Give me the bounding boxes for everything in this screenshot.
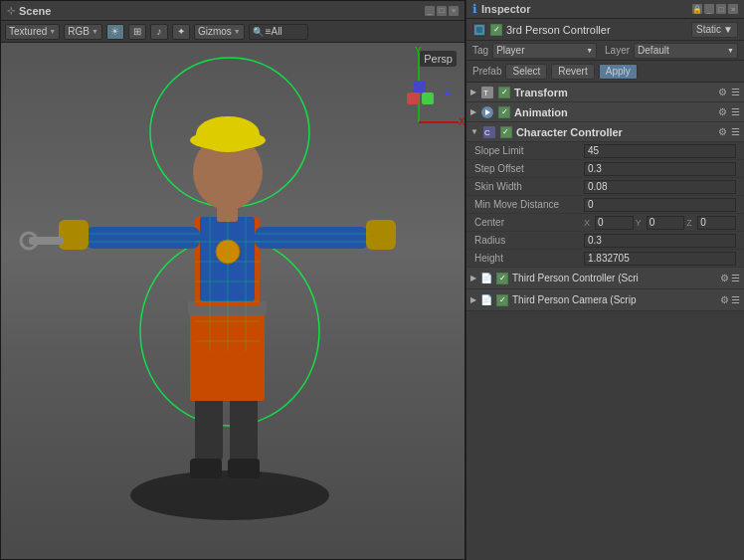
transform-menu-icon[interactable]: ☰	[731, 87, 740, 97]
object-icon-svg	[473, 24, 485, 36]
sun-icon-btn[interactable]: ☀	[106, 24, 124, 40]
prefab-apply-btn[interactable]: Apply	[599, 64, 638, 80]
center-y-item: Y 0	[636, 216, 685, 230]
inspector-titlebar: ℹ Inspector 🔒 _ □ ×	[466, 0, 744, 19]
min-move-label: Min Move Distance	[474, 199, 584, 210]
height-value[interactable]: 1.832705	[584, 252, 736, 266]
scene-close-btn[interactable]: ×	[449, 6, 459, 16]
skin-width-label: Skin Width	[474, 181, 584, 192]
animation-menu-icon[interactable]: ☰	[731, 106, 740, 117]
active-checkbox[interactable]: ✓	[490, 24, 502, 36]
slope-limit-label: Slope Limit	[474, 145, 584, 156]
transform-icon: T	[480, 86, 494, 99]
audio-icon-btn[interactable]: ♪	[150, 24, 168, 40]
animation-settings-icon[interactable]: ⚙	[718, 106, 727, 117]
scene-minimize-btn[interactable]: _	[425, 6, 435, 16]
scene-viewport[interactable]: Y X Z Persp	[1, 43, 465, 559]
animation-header[interactable]: ▶ ✓ Animation ⚙ ☰	[466, 102, 744, 122]
layer-label: Layer	[605, 45, 630, 56]
scene-window-controls: _ □ ×	[425, 6, 459, 16]
effects-icon-btn[interactable]: ✦	[172, 24, 190, 40]
prefab-revert-btn[interactable]: Revert	[551, 64, 594, 80]
tpcam-settings-icon[interactable]: ⚙	[720, 294, 729, 305]
textured-dropdown[interactable]: Textured ▼	[5, 24, 60, 40]
axis-cube-x	[407, 93, 419, 104]
scene-maximize-btn[interactable]: □	[437, 6, 447, 16]
charctrl-expand-arrow[interactable]: ▼	[470, 127, 478, 136]
rgb-arrow: ▼	[92, 28, 98, 35]
skin-width-value[interactable]: 0.08	[584, 180, 736, 194]
center-row: Center X 0 Y 0 Z 0	[466, 214, 744, 232]
animation-expand-arrow[interactable]: ▶	[470, 107, 476, 116]
slope-limit-value[interactable]: 45	[584, 144, 736, 158]
charctrl-title: Character Controller	[516, 126, 714, 138]
transform-settings-icon[interactable]: ⚙	[718, 87, 727, 97]
svg-rect-1	[476, 27, 482, 33]
transform-checkbox[interactable]: ✓	[498, 87, 510, 98]
prefab-label: Prefab	[472, 66, 501, 77]
inspector-title: Inspector	[481, 3, 531, 15]
rgb-dropdown[interactable]: RGB ▼	[64, 24, 102, 40]
tpcam-expand-arrow[interactable]: ▶	[470, 295, 476, 304]
tpc-title: Third Person Controller (Scri	[512, 273, 716, 283]
step-offset-value[interactable]: 0.3	[584, 162, 736, 176]
skin-width-row: Skin Width 0.08	[466, 178, 744, 196]
persp-label: Persp	[420, 51, 457, 67]
tpcam-menu-icon[interactable]: ☰	[731, 294, 740, 305]
gizmos-label: Gizmos	[198, 26, 232, 37]
static-dropdown[interactable]: Static ▼	[691, 22, 738, 38]
third-person-camera-row[interactable]: ▶ 📄 ✓ Third Person Camera (Scrip ⚙ ☰	[466, 289, 744, 311]
tag-dropdown[interactable]: Player ▼	[492, 43, 597, 59]
gizmos-arrow: ▼	[234, 28, 241, 35]
component-object-name: 3rd Person Controller	[506, 24, 687, 36]
charctrl-settings-icon[interactable]: ⚙	[718, 126, 727, 137]
center-x-value[interactable]: 0	[595, 216, 634, 230]
textured-label: Textured	[9, 26, 47, 37]
height-row: Height 1.832705	[466, 250, 744, 268]
inspector-lock-btn[interactable]: 🔒	[692, 4, 702, 14]
tpcam-checkbox[interactable]: ✓	[496, 294, 508, 306]
inspector-panel: ℹ Inspector 🔒 _ □ × ✓	[465, 0, 744, 560]
third-person-controller-row[interactable]: ▶ 📄 ✓ Third Person Controller (Scri ⚙ ☰	[466, 268, 744, 289]
left-glove	[59, 220, 89, 250]
x-axis-label: X	[459, 116, 465, 127]
animation-checkmark: ✓	[501, 107, 508, 116]
rgb-label: RGB	[68, 26, 90, 37]
min-move-value[interactable]: 0	[584, 198, 736, 212]
inspector-icon: ℹ	[472, 2, 477, 16]
inspector-window-controls: 🔒 _ □ ×	[692, 4, 738, 14]
charctrl-header[interactable]: ▼ C ✓ Character Controller ⚙ ☰	[466, 122, 744, 142]
center-y-value[interactable]: 0	[647, 216, 685, 230]
radius-value[interactable]: 0.3	[584, 234, 736, 248]
center-xyz-group: X 0 Y 0 Z 0	[584, 216, 736, 230]
inspector-scroll-area[interactable]: ✓ 3rd Person Controller Static ▼ Tag Pla…	[466, 19, 744, 560]
inspector-maximize-btn[interactable]: □	[716, 4, 726, 14]
animation-checkbox[interactable]: ✓	[498, 106, 510, 118]
textured-arrow: ▼	[49, 28, 56, 35]
gizmos-dropdown[interactable]: Gizmos ▼	[194, 24, 245, 40]
scene-search[interactable]: 🔍 ≡All	[249, 24, 308, 40]
center-z-label: Z	[686, 218, 696, 228]
tpc-expand-arrow[interactable]: ▶	[470, 274, 476, 282]
prefab-select-btn[interactable]: Select	[505, 64, 547, 80]
radius-label: Radius	[474, 235, 584, 246]
inspector-minimize-btn[interactable]: _	[704, 4, 714, 14]
tpc-checkmark: ✓	[499, 274, 506, 282]
left-boot	[190, 459, 222, 478]
charctrl-checkbox[interactable]: ✓	[500, 126, 512, 138]
center-z-value[interactable]: 0	[697, 216, 736, 230]
character-shadow	[130, 470, 329, 520]
layer-value: Default	[638, 45, 669, 56]
tpc-checkbox[interactable]: ✓	[496, 273, 508, 284]
viewport-content: Y X Z Persp	[1, 43, 465, 559]
transform-checkmark: ✓	[501, 88, 508, 96]
transform-expand-arrow[interactable]: ▶	[470, 88, 476, 96]
grid-icon-btn[interactable]: ⊞	[128, 24, 146, 40]
inspector-close-btn[interactable]: ×	[728, 4, 738, 14]
tpc-settings-icon[interactable]: ⚙	[720, 273, 729, 283]
layer-dropdown[interactable]: Default ▼	[634, 43, 738, 59]
static-arrow: ▼	[723, 24, 733, 35]
charctrl-menu-icon[interactable]: ☰	[731, 126, 740, 137]
tpc-menu-icon[interactable]: ☰	[731, 273, 740, 283]
transform-header[interactable]: ▶ T ✓ Transform ⚙ ☰	[466, 83, 744, 102]
